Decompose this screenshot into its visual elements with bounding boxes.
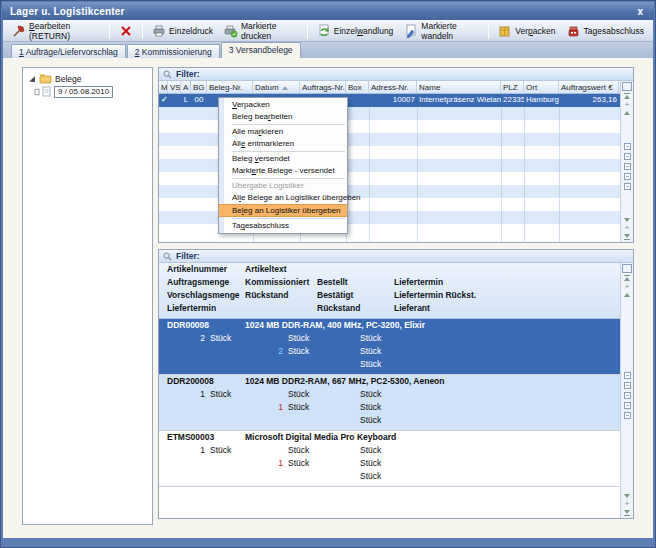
qty-order: 1 — [167, 445, 205, 455]
tree-node-document[interactable]: 9 / 05.08.2010 — [23, 85, 152, 98]
nav-next-icon[interactable] — [624, 494, 630, 498]
edit-button-label: Bearbeiten (RETURN) — [29, 21, 100, 41]
layout-icon[interactable] — [624, 412, 631, 419]
band-bestaetigt[interactable]: Bestätigt — [317, 290, 353, 300]
bottom-grid-nav-strip: + + — [620, 263, 633, 518]
band-rueckstand2[interactable]: Rückstand — [317, 303, 360, 313]
menu-item-verpacken[interactable]: Verpacken — [219, 99, 347, 111]
band-bestellt[interactable]: Bestellt — [317, 277, 348, 287]
article-block-ddr200008[interactable]: DDR2000081024 MB DDR2-RAM, 667 MHz, PC2-… — [159, 375, 633, 431]
search-icon[interactable] — [624, 382, 631, 389]
band-liefertermin-rueckst[interactable]: Liefertermin Rückst. — [394, 290, 476, 300]
layout-icon[interactable] — [624, 183, 631, 190]
column-header-auftragsnr[interactable]: Auftrags-Nr. — [300, 81, 346, 93]
search-icon[interactable] — [624, 153, 631, 160]
tree-expanded-icon[interactable] — [29, 76, 35, 82]
column-header-adressnr[interactable]: Adress-Nr. — [369, 81, 417, 93]
cancel-button[interactable] — [115, 23, 137, 39]
column-header-datum[interactable]: Datum — [253, 81, 300, 93]
menu-item-tagesabschluss[interactable]: Tagesabschluss — [219, 220, 347, 232]
edit-button[interactable]: Bearbeiten (RETURN) — [8, 20, 104, 42]
nav-add-icon[interactable]: + — [625, 284, 630, 290]
nav-next-icon[interactable] — [624, 218, 630, 222]
tree-collapsed-icon[interactable] — [35, 89, 38, 94]
document-icon — [42, 86, 51, 97]
filter-icon[interactable] — [624, 173, 631, 180]
tab-auftraege-liefervorschlag[interactable]: 1 Aufträge/Liefervorschlag — [11, 44, 126, 58]
cell-adressnr: 10007 — [369, 94, 417, 107]
article-text: Microsoft Digital Media Pro Keyboard — [245, 432, 396, 442]
band-kommissioniert[interactable]: Kommissioniert — [245, 277, 309, 287]
toolbar: Bearbeiten (RETURN) Einzeldruck Markiert… — [3, 20, 653, 42]
band-liefertermin2[interactable]: Liefertermin — [167, 303, 216, 313]
menu-item-beleg-an-logistiker[interactable]: Beleg an Logistiker übergeben — [219, 204, 347, 217]
top-filter-bar[interactable]: Filter: — [159, 68, 633, 81]
tab-versandbelege[interactable]: 3 Versandbelege — [221, 42, 301, 58]
band-auftragsmenge[interactable]: Auftragsmenge — [167, 277, 229, 287]
print-marked-button[interactable]: Markierte drucken — [220, 20, 302, 42]
menu-item-beleg-versendet[interactable]: Beleg versendet — [219, 153, 347, 165]
nav-prev-icon[interactable] — [624, 293, 630, 297]
column-header-vs[interactable]: VS — [168, 81, 181, 93]
day-close-label: Tagesabschluss — [584, 26, 644, 36]
menu-item-alle-markieren[interactable]: Alle markieren — [219, 126, 347, 138]
band-artikelnummer[interactable]: Artikelnummer — [167, 264, 227, 274]
column-header-m[interactable]: M — [159, 81, 168, 93]
app-window: Lager u. Logistikcenter x Bearbeiten (RE… — [0, 0, 656, 548]
article-block-etms00003[interactable]: ETMS00003Microsoft Digital Media Pro Key… — [159, 431, 633, 487]
nav-add2-icon[interactable]: + — [625, 501, 630, 507]
band-vorschlagsmenge[interactable]: Vorschlagsmenge — [167, 290, 240, 300]
band-rueckstand[interactable]: Rückstand — [245, 290, 288, 300]
column-header-belegnr[interactable]: Beleg-Nr. — [207, 81, 253, 93]
edit-hammer-icon — [12, 24, 26, 38]
context-menu: Verpacken Beleg bearbeiten Alle markiere… — [218, 97, 348, 234]
sum-icon[interactable] — [624, 163, 631, 170]
tab-kommissionierung[interactable]: 2 Kommissionierung — [127, 44, 220, 58]
tree-node-belege[interactable]: Belege — [23, 72, 152, 85]
top-filter-label: Filter: — [176, 69, 200, 79]
column-header-ort[interactable]: Ort — [524, 81, 559, 93]
nav-first-icon[interactable] — [624, 95, 630, 99]
marked-check-icon: ✓ — [159, 94, 168, 107]
close-icon[interactable]: x — [634, 6, 646, 17]
nav-prev-icon[interactable] — [624, 111, 630, 115]
toolbar-separator — [142, 23, 143, 39]
tab-content: Belege 9 / 05.08.2010 Filter: M VS A BG … — [3, 58, 653, 538]
article-detail-grid: Filter: Artikelnummer Artikeltext Auftra… — [158, 249, 634, 519]
nav-first-icon[interactable] — [624, 277, 630, 281]
folder-icon — [39, 73, 52, 84]
bottom-filter-bar[interactable]: Filter: — [159, 250, 633, 263]
nav-last-icon[interactable] — [624, 510, 630, 514]
band-artikeltext[interactable]: Artikeltext — [245, 264, 287, 274]
column-header-box[interactable]: Box — [346, 81, 369, 93]
column-header-plz[interactable]: PLZ — [501, 81, 524, 93]
sum-icon[interactable] — [624, 392, 631, 399]
band-liefertermin[interactable]: Liefertermin — [394, 277, 443, 287]
column-header-a[interactable]: A — [181, 81, 191, 93]
nav-add-icon[interactable]: + — [625, 102, 630, 108]
menu-item-markierte-belege-versendet[interactable]: Markierte Belege - versendet — [219, 165, 347, 177]
band-lieferant[interactable]: Lieferant — [394, 303, 430, 313]
column-header-name[interactable]: Name — [417, 81, 501, 93]
menu-item-beleg-bearbeiten[interactable]: Beleg bearbeiten — [219, 111, 347, 123]
filter-icon[interactable] — [624, 402, 631, 409]
filter-magnifier-icon — [163, 252, 172, 261]
grid-view-icon[interactable] — [624, 143, 631, 150]
menu-item-alle-entmarkieren[interactable]: Alle entmarkieren — [219, 138, 347, 150]
day-close-button[interactable]: Tagesabschluss — [563, 23, 648, 39]
convert-single-button[interactable]: Einzelwandlung — [313, 23, 398, 39]
nav-add2-icon[interactable]: + — [625, 225, 630, 231]
nav-last-icon[interactable] — [624, 234, 630, 238]
tree-node-label: Belege — [55, 74, 81, 84]
tree-node-value[interactable]: 9 / 05.08.2010 — [54, 86, 113, 98]
single-print-button[interactable]: Einzeldruck — [148, 23, 217, 39]
grid-view-icon[interactable] — [624, 372, 631, 379]
convert-marked-button[interactable]: Markierte wandeln — [400, 20, 483, 42]
column-chooser-icon[interactable] — [623, 265, 631, 272]
column-header-auftragswert[interactable]: Auftragswert € — [559, 81, 619, 93]
article-block-ddr00008[interactable]: DDR000081024 MB DDR-RAM, 400 MHz, PC-320… — [159, 319, 633, 375]
menu-item-alle-belege-an-logistiker[interactable]: Alle Belege an Logistiker übergeben — [219, 192, 347, 204]
pack-button[interactable]: Verpacken — [494, 23, 559, 39]
column-header-bg[interactable]: BG — [191, 81, 207, 93]
column-chooser-icon[interactable] — [623, 83, 631, 90]
